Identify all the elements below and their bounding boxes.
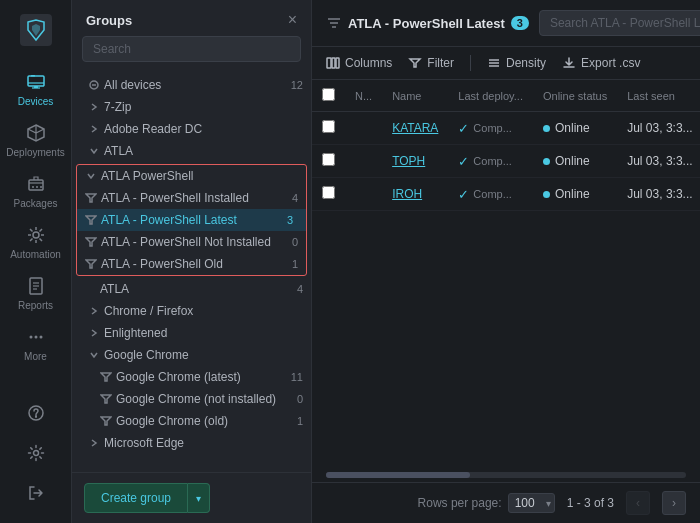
sidebar-item-automation[interactable]: Automation [0, 217, 71, 268]
create-group-button[interactable]: Create group [84, 483, 188, 513]
filter-label: Filter [427, 56, 454, 70]
row-checkbox-cell [312, 178, 345, 211]
sidebar-item-more[interactable]: More [0, 319, 71, 370]
table-row: TOPH ✓ Comp... Online Jul 03, 3:3... 10.… [312, 145, 700, 178]
row-checkbox[interactable] [322, 120, 335, 133]
filter-button[interactable]: Filter [408, 56, 454, 70]
row-name[interactable]: KATARA [382, 112, 448, 145]
help-button[interactable] [18, 395, 54, 431]
row-last-seen: Jul 03, 3:3... [617, 178, 700, 211]
scrollbar-thumb[interactable] [326, 472, 470, 478]
online-dot [543, 158, 550, 165]
tree-item-gc-old[interactable]: Google Chrome (old) 1 [72, 410, 311, 432]
density-label: Density [506, 56, 546, 70]
tree-item-atla-4[interactable]: ATLA 4 [72, 278, 311, 300]
tree-item-adobe[interactable]: Adobe Reader DC [72, 118, 311, 140]
tree-item-atla-ps-latest[interactable]: ATLA - PowerShell Latest 3 [77, 209, 306, 231]
sidebar-item-packages[interactable]: Packages [0, 166, 71, 217]
create-group-dropdown-button[interactable]: ▾ [188, 483, 210, 513]
table-row: IROH ✓ Comp... Online Jul 03, 3:3... 10.… [312, 178, 700, 211]
app-logo [18, 12, 54, 48]
tree-item-chrome-firefox[interactable]: Chrome / Firefox [72, 300, 311, 322]
settings-button[interactable] [18, 435, 54, 471]
atla-powershell-group: ATLA PowerShell ATLA - PowerShell Instal… [76, 164, 307, 276]
row-checkbox[interactable] [322, 186, 335, 199]
table-row: KATARA ✓ Comp... Online Jul 03, 3:3... 1… [312, 112, 700, 145]
table-header-n: N... [345, 80, 382, 112]
main-header-count: 3 [511, 16, 529, 30]
per-page-wrapper: 100 50 25 [508, 493, 555, 513]
groups-close-button[interactable]: × [288, 12, 297, 28]
horizontal-scrollbar[interactable] [326, 472, 686, 478]
pagination-info: 1 - 3 of 3 [567, 496, 614, 510]
tree-item-gc-latest[interactable]: Google Chrome (latest) 11 [72, 366, 311, 388]
svg-point-7 [32, 186, 34, 188]
tree-item-atla-powershell[interactable]: ATLA PowerShell [77, 165, 306, 187]
export-icon [562, 56, 576, 70]
sidebar-item-reports[interactable]: Reports [0, 268, 71, 319]
tree-item-enlightened[interactable]: Enlightened [72, 322, 311, 344]
sidebar-item-devices-label: Devices [18, 96, 54, 107]
row-last-seen: Jul 03, 3:3... [617, 145, 700, 178]
table-header-checkbox [312, 80, 345, 112]
sidebar-item-deployments-label: Deployments [6, 147, 64, 158]
main-content: ATLA - PowerShell Latest 3 Deploy Column… [312, 0, 700, 523]
nav-bottom [18, 395, 54, 523]
row-n [345, 178, 382, 211]
toolbar: Columns Filter Density Export .csv [312, 47, 700, 80]
table-header-last-seen: Last seen [617, 80, 700, 112]
row-name[interactable]: TOPH [382, 145, 448, 178]
next-page-button[interactable]: › [662, 491, 686, 515]
sidebar-item-devices[interactable]: Devices [0, 64, 71, 115]
devices-table: N... Name Last deploy... Online status L… [312, 80, 700, 211]
export-button[interactable]: Export .csv [562, 56, 640, 70]
row-checkbox-cell [312, 145, 345, 178]
row-online-status: Online [533, 178, 617, 211]
row-name[interactable]: IROH [382, 178, 448, 211]
columns-button[interactable]: Columns [326, 56, 392, 70]
sidebar-item-deployments[interactable]: Deployments [0, 115, 71, 166]
svg-rect-26 [332, 58, 335, 68]
tree-item-gc-not-installed[interactable]: Google Chrome (not installed) 0 [72, 388, 311, 410]
columns-icon [326, 56, 340, 70]
groups-header: Groups × [72, 0, 311, 36]
select-all-checkbox[interactable] [322, 88, 335, 101]
table-header-name: Name [382, 80, 448, 112]
row-online-status: Online [533, 145, 617, 178]
online-dot [543, 125, 550, 132]
left-nav: Devices Deployments Packages Automation [0, 0, 72, 523]
tree-item-atla-ps-not-installed[interactable]: ATLA - PowerShell Not Installed 0 [77, 231, 306, 253]
columns-label: Columns [345, 56, 392, 70]
filter-icon [408, 56, 422, 70]
tree-item-all-devices[interactable]: All devices 12 [72, 74, 311, 96]
tree-item-atla-ps-installed[interactable]: ATLA - PowerShell Installed 4 [77, 187, 306, 209]
svg-point-16 [34, 336, 37, 339]
svg-rect-6 [29, 180, 43, 190]
tree-item-atla[interactable]: ATLA [72, 140, 311, 162]
row-last-seen: Jul 03, 3:3... [617, 112, 700, 145]
svg-point-10 [33, 232, 39, 238]
row-last-deploy: ✓ Comp... [448, 112, 533, 145]
tree-item-atla-ps-old[interactable]: ATLA - PowerShell Old 1 [77, 253, 306, 275]
row-n [345, 145, 382, 178]
row-checkbox-cell [312, 112, 345, 145]
svg-point-19 [33, 451, 38, 456]
density-icon [487, 56, 501, 70]
logout-button[interactable] [18, 475, 54, 511]
tree-item-ms-edge[interactable]: Microsoft Edge [72, 432, 311, 454]
main-search-input[interactable] [539, 10, 700, 36]
table-header-last-deploy: Last deploy... [448, 80, 533, 112]
rows-per-page-select[interactable]: 100 50 25 [508, 493, 555, 513]
table-header-online-status: Online status [533, 80, 617, 112]
row-checkbox[interactable] [322, 153, 335, 166]
prev-page-button[interactable]: ‹ [626, 491, 650, 515]
toolbar-divider [470, 55, 471, 71]
tree-item-7zip[interactable]: 7-Zip [72, 96, 311, 118]
svg-point-8 [36, 186, 38, 188]
sidebar-item-more-label: More [24, 351, 47, 362]
online-dot [543, 191, 550, 198]
density-button[interactable]: Density [487, 56, 546, 70]
tree-item-google-chrome[interactable]: Google Chrome [72, 344, 311, 366]
rows-per-page-label: Rows per page: [418, 496, 502, 510]
groups-search-input[interactable] [82, 36, 301, 62]
